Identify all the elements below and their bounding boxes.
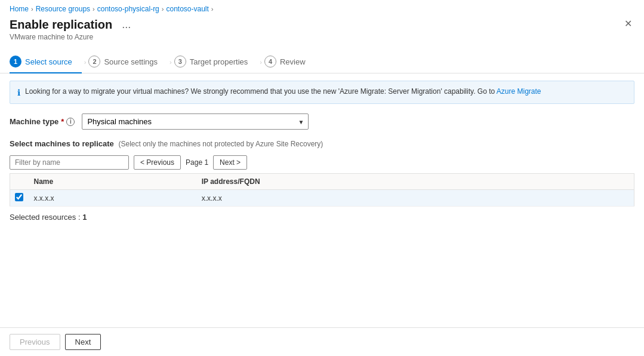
table-row: x.x.x.x x.x.x.x (10, 190, 634, 207)
panel-menu-button[interactable]: ... (117, 19, 135, 31)
panel-title-area: Enable replication ... VMware machine to… (10, 18, 135, 41)
footer-next-button[interactable]: Next (65, 334, 101, 350)
step-4-circle: 4 (264, 56, 276, 67)
filter-input[interactable] (10, 155, 129, 170)
step-2-label: Source settings (104, 57, 158, 66)
selected-count: Selected resources : 1 (10, 213, 634, 222)
table-header-name: Name (29, 174, 197, 190)
row-ip: x.x.x.x (197, 190, 579, 207)
step-3-circle: 3 (174, 56, 186, 67)
machine-type-label: Machine type * i (10, 117, 75, 126)
machine-type-field: Machine type * i Physical machines VMwar… (10, 113, 634, 130)
info-banner: ℹ Looking for a way to migrate your virt… (10, 81, 634, 104)
step-review[interactable]: 4 Review (264, 51, 315, 73)
breadcrumb: Home › Resource groups › contoso-physica… (0, 0, 644, 16)
panel-title: Enable replication (10, 18, 112, 32)
step-1-label: Select source (25, 57, 72, 66)
azure-migrate-link[interactable]: Azure Migrate (497, 87, 541, 96)
section-subtitle: (Select only the machines not protected … (118, 140, 323, 148)
table-header-ip: IP address/FQDN (197, 174, 579, 190)
machine-type-info-tip[interactable]: i (66, 118, 75, 126)
required-indicator: * (61, 117, 64, 126)
footer-previous-button[interactable]: Previous (10, 334, 60, 350)
table-toolbar: < Previous Page 1 Next > (10, 152, 634, 173)
next-page-button[interactable]: Next > (213, 155, 247, 170)
wizard-steps: 1 Select source › 2 Source settings › 3 … (0, 46, 644, 73)
row-checkbox-cell[interactable] (10, 190, 29, 207)
select-machines-section: Select machines to replicate (Select onl… (10, 139, 634, 207)
table-header-row: Name IP address/FQDN (10, 174, 634, 190)
row-checkbox[interactable] (15, 193, 23, 201)
breadcrumb-contoso-vault[interactable]: contoso-vault (166, 5, 208, 13)
table-header-checkbox-col (10, 174, 29, 190)
page-label: Page 1 (186, 158, 208, 167)
machines-table: Name IP address/FQDN x.x.x.x x.x.x.x (10, 173, 634, 207)
table-header-extra (579, 174, 634, 190)
section-title: Select machines to replicate (Select onl… (10, 139, 634, 148)
close-button[interactable]: ✕ (622, 16, 634, 32)
step-4-label: Review (280, 57, 306, 66)
panel-subtitle: VMware machine to Azure (10, 33, 135, 41)
step-source-settings[interactable]: 2 Source settings (88, 51, 167, 73)
breadcrumb-sep-1: › (31, 5, 33, 13)
breadcrumb-resource-groups[interactable]: Resource groups (36, 5, 90, 13)
breadcrumb-home[interactable]: Home (10, 5, 29, 13)
step-1-circle: 1 (10, 56, 21, 67)
step-target-properties[interactable]: 3 Target properties (174, 51, 258, 73)
machine-type-select[interactable]: Physical machines VMware VMs Hyper-V VMs (82, 113, 309, 130)
footer: Previous Next (0, 327, 644, 356)
panel-header: Enable replication ... VMware machine to… (0, 16, 644, 46)
main-content: ℹ Looking for a way to migrate your virt… (0, 73, 644, 327)
step-2-circle: 2 (88, 56, 100, 67)
step-select-source[interactable]: 1 Select source (10, 51, 82, 73)
machine-type-select-wrapper: Physical machines VMware VMs Hyper-V VMs… (82, 113, 309, 130)
step-3-label: Target properties (190, 57, 248, 66)
info-banner-text: Looking for a way to migrate your virtua… (25, 87, 541, 96)
breadcrumb-sep-4: › (211, 5, 214, 13)
breadcrumb-sep-2: › (93, 5, 95, 13)
row-name: x.x.x.x (29, 190, 197, 207)
selected-count-value: 1 (82, 213, 87, 222)
breadcrumb-sep-3: › (162, 5, 164, 13)
info-banner-icon: ℹ (17, 88, 20, 97)
breadcrumb-contoso-rg[interactable]: contoso-physical-rg (97, 5, 159, 13)
row-extra (579, 190, 634, 207)
previous-page-button[interactable]: < Previous (134, 155, 181, 170)
